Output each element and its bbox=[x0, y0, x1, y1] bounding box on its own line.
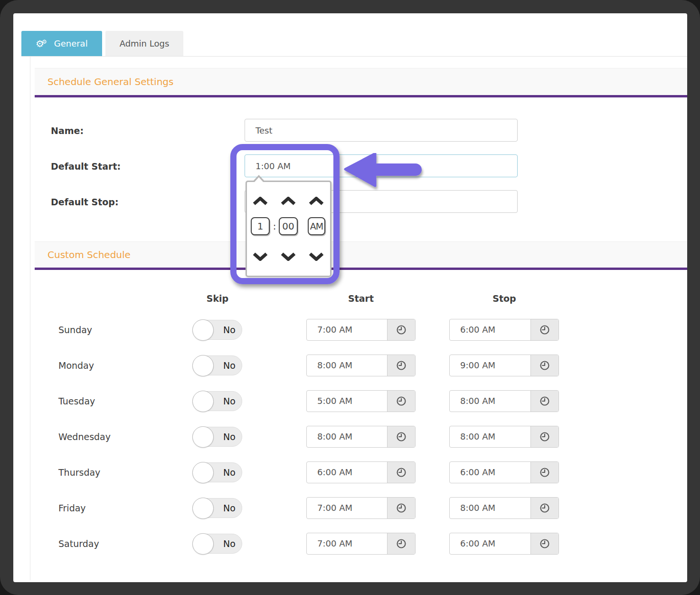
stop-time-group: 6:00 AM bbox=[449, 533, 559, 555]
clock-icon bbox=[539, 503, 550, 513]
toggle-knob bbox=[192, 391, 214, 412]
skip-toggle[interactable]: No bbox=[193, 391, 242, 411]
stop-time-input[interactable]: 6:00 AM bbox=[450, 319, 530, 340]
time-picker-popup: 1 : 00 AM bbox=[246, 181, 331, 277]
schedule-row: Saturday No 7:00 AM bbox=[13, 526, 687, 561]
toggle-knob bbox=[192, 355, 214, 376]
tab-admin-logs[interactable]: Admin Logs bbox=[105, 31, 184, 56]
start-time-group: 6:00 AM bbox=[306, 461, 416, 483]
general-settings-header: Schedule General Settings bbox=[35, 68, 687, 97]
minute-down-chevron-icon[interactable] bbox=[280, 252, 296, 261]
tab-bar: ⚙⚙ General Admin Logs bbox=[21, 31, 183, 56]
start-time-group: 7:00 AM bbox=[306, 533, 416, 555]
day-label: Sunday bbox=[58, 325, 92, 335]
stop-time-picker-button[interactable] bbox=[530, 391, 558, 412]
skip-toggle[interactable]: No bbox=[193, 320, 242, 340]
name-label: Name: bbox=[51, 125, 84, 136]
day-label: Saturday bbox=[58, 538, 99, 549]
start-time-group: 5:00 AM bbox=[306, 390, 416, 412]
start-time-picker-button[interactable] bbox=[387, 426, 415, 447]
meridiem-down-chevron-icon[interactable] bbox=[308, 252, 324, 261]
column-header-skip: Skip bbox=[189, 293, 246, 304]
clock-icon bbox=[396, 432, 407, 442]
toggle-knob bbox=[192, 319, 214, 341]
stop-time-picker-button[interactable] bbox=[530, 533, 558, 554]
hour-value-box[interactable]: 1 bbox=[251, 217, 270, 235]
day-label: Tuesday bbox=[58, 396, 95, 406]
schedule-rows: Sunday No 7:00 AM bbox=[13, 312, 687, 561]
stop-time-input[interactable]: 9:00 AM bbox=[450, 355, 530, 376]
stop-time-picker-button[interactable] bbox=[530, 355, 558, 376]
clock-icon bbox=[396, 503, 407, 513]
start-time-input[interactable]: 8:00 AM bbox=[307, 355, 387, 376]
schedule-row: Friday No 7:00 AM bbox=[13, 490, 687, 526]
minute-value-box[interactable]: 00 bbox=[279, 217, 298, 235]
stop-time-input[interactable]: 8:00 AM bbox=[450, 498, 530, 518]
start-time-picker-button[interactable] bbox=[387, 355, 415, 376]
stop-time-input[interactable]: 8:00 AM bbox=[450, 391, 530, 412]
clock-icon bbox=[539, 467, 550, 478]
stop-time-picker-button[interactable] bbox=[530, 498, 558, 518]
hour-up-chevron-icon[interactable] bbox=[252, 197, 268, 205]
start-time-picker-button[interactable] bbox=[387, 319, 415, 340]
meridiem-up-chevron-icon[interactable] bbox=[308, 197, 324, 205]
clock-icon bbox=[539, 432, 550, 442]
stop-time-picker-button[interactable] bbox=[530, 319, 558, 340]
toggle-state-label: No bbox=[217, 392, 242, 411]
stop-time-group: 6:00 AM bbox=[449, 461, 559, 483]
default-start-label: Default Start: bbox=[51, 161, 121, 172]
clock-icon bbox=[539, 538, 550, 549]
start-time-group: 7:00 AM bbox=[306, 319, 416, 341]
schedule-row: Sunday No 7:00 AM bbox=[13, 312, 687, 347]
start-time-picker-button[interactable] bbox=[387, 498, 415, 518]
skip-toggle[interactable]: No bbox=[193, 498, 242, 518]
clock-icon bbox=[396, 360, 407, 371]
default-stop-row: Default Stop: bbox=[35, 190, 687, 214]
time-separator: : bbox=[270, 217, 279, 235]
toggle-knob bbox=[192, 533, 214, 555]
toggle-knob bbox=[192, 462, 214, 483]
start-time-input[interactable]: 5:00 AM bbox=[307, 391, 387, 412]
day-label: Wednesday bbox=[58, 432, 111, 442]
toggle-knob bbox=[192, 498, 214, 519]
stop-time-group: 6:00 AM bbox=[449, 319, 559, 341]
stop-time-picker-button[interactable] bbox=[530, 426, 558, 447]
name-input[interactable]: Test bbox=[245, 119, 518, 142]
skip-toggle[interactable]: No bbox=[193, 427, 242, 447]
column-header-stop: Stop bbox=[476, 293, 533, 304]
toggle-state-label: No bbox=[217, 427, 242, 446]
stop-time-input[interactable]: 6:00 AM bbox=[450, 462, 530, 483]
start-time-picker-button[interactable] bbox=[387, 391, 415, 412]
clock-icon bbox=[396, 467, 407, 478]
stop-time-input[interactable]: 6:00 AM bbox=[450, 533, 530, 554]
stop-time-input[interactable]: 8:00 AM bbox=[450, 426, 530, 447]
start-time-input[interactable]: 6:00 AM bbox=[307, 462, 387, 483]
minute-up-chevron-icon[interactable] bbox=[280, 197, 296, 205]
stop-time-picker-button[interactable] bbox=[530, 462, 558, 483]
start-time-group: 7:00 AM bbox=[306, 497, 416, 519]
start-time-input[interactable]: 7:00 AM bbox=[307, 533, 387, 554]
default-start-input[interactable]: 1:00 AM bbox=[245, 154, 518, 177]
start-time-input[interactable]: 7:00 AM bbox=[307, 319, 387, 340]
tab-general[interactable]: ⚙⚙ General bbox=[21, 31, 102, 56]
start-time-input[interactable]: 8:00 AM bbox=[307, 426, 387, 447]
start-time-picker-button[interactable] bbox=[387, 462, 415, 483]
skip-toggle[interactable]: No bbox=[193, 462, 242, 482]
toggle-knob bbox=[192, 426, 214, 448]
day-label: Thursday bbox=[58, 467, 100, 478]
stop-time-group: 9:00 AM bbox=[449, 355, 559, 376]
clock-icon bbox=[539, 396, 550, 406]
start-time-group: 8:00 AM bbox=[306, 355, 416, 376]
toggle-state-label: No bbox=[217, 499, 242, 518]
start-time-input[interactable]: 7:00 AM bbox=[307, 498, 387, 518]
skip-toggle[interactable]: No bbox=[193, 534, 242, 554]
clock-icon bbox=[539, 360, 550, 371]
skip-toggle[interactable]: No bbox=[193, 355, 242, 375]
clock-icon bbox=[396, 325, 407, 335]
hour-down-chevron-icon[interactable] bbox=[252, 252, 268, 261]
start-time-picker-button[interactable] bbox=[387, 533, 415, 554]
schedule-row: Tuesday No 5:00 AM bbox=[13, 383, 687, 419]
gears-icon: ⚙⚙ bbox=[36, 39, 49, 48]
stop-time-group: 8:00 AM bbox=[449, 497, 559, 519]
meridiem-value-box[interactable]: AM bbox=[308, 217, 325, 235]
